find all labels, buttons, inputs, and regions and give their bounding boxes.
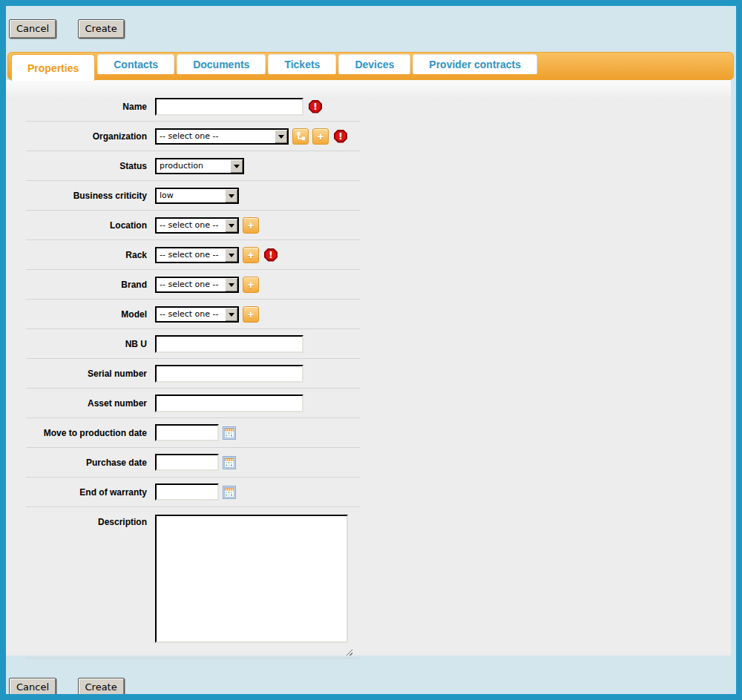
- add-model-button[interactable]: +: [243, 306, 259, 323]
- name-label: Name: [26, 102, 147, 112]
- form-row-location: Location -- select one -- +: [26, 211, 360, 240]
- asset-number-input[interactable]: [155, 394, 303, 412]
- plus-icon: +: [248, 279, 255, 290]
- brand-label: Brand: [26, 280, 147, 290]
- form-row-purchase-date: Purchase date: [26, 448, 360, 478]
- brand-select[interactable]: -- select one --: [155, 277, 239, 293]
- chevron-down-icon[interactable]: [225, 308, 237, 321]
- tab-contacts[interactable]: Contacts: [97, 54, 174, 74]
- end-of-warranty-calendar-button[interactable]: [223, 486, 236, 499]
- tab-provider-contracts[interactable]: Provider contracts: [413, 54, 537, 74]
- model-label: Model: [26, 309, 147, 320]
- form-row-serial-number: Serial number: [26, 359, 360, 389]
- location-label: Location: [26, 220, 147, 231]
- nb-u-input[interactable]: [155, 335, 303, 353]
- business-criticity-select[interactable]: low: [155, 188, 239, 204]
- form-row-status: Status production: [26, 151, 360, 181]
- asset-number-label: Asset number: [26, 398, 147, 409]
- plus-icon: +: [248, 308, 255, 320]
- add-rack-button[interactable]: +: [243, 247, 259, 263]
- rack-label: Rack: [26, 250, 147, 260]
- move-to-production-date-label: Move to production date: [26, 428, 147, 438]
- calendar-icon: [223, 456, 236, 469]
- move-to-production-date-calendar-button[interactable]: [223, 426, 236, 440]
- top-toolbar: Cancel Create: [6, 6, 736, 46]
- organization-select-value: -- select one --: [160, 131, 275, 141]
- chevron-down-icon[interactable]: [225, 248, 237, 262]
- purchase-date-calendar-button[interactable]: [223, 456, 236, 469]
- chevron-down-icon[interactable]: [225, 278, 237, 291]
- calendar-icon: [223, 426, 236, 440]
- chevron-down-icon[interactable]: [225, 219, 237, 232]
- error-icon: !: [334, 130, 347, 143]
- end-of-warranty-input[interactable]: [155, 483, 219, 501]
- cancel-button-top[interactable]: Cancel: [9, 19, 56, 39]
- rack-select[interactable]: -- select one --: [155, 247, 239, 263]
- status-label: Status: [26, 161, 147, 171]
- serial-number-label: Serial number: [26, 369, 147, 379]
- organization-select[interactable]: -- select one --: [155, 128, 289, 145]
- purchase-date-label: Purchase date: [26, 458, 147, 468]
- serial-number-input[interactable]: [155, 365, 303, 383]
- business-criticity-select-value: low: [160, 191, 225, 200]
- chevron-down-icon[interactable]: [230, 159, 243, 173]
- tab-tickets[interactable]: Tickets: [268, 54, 336, 74]
- end-of-warranty-label: End of warranty: [26, 487, 147, 498]
- location-select-value: -- select one --: [160, 220, 225, 230]
- form-row-business-criticity: Business criticity low: [26, 181, 360, 211]
- properties-form: Name ! Organization -- select one --: [26, 92, 360, 658]
- error-icon: !: [309, 100, 322, 113]
- model-select[interactable]: -- select one --: [155, 306, 239, 323]
- rack-select-value: -- select one --: [160, 250, 225, 260]
- tab-devices[interactable]: Devices: [338, 54, 410, 74]
- hierarchy-icon: [296, 131, 306, 141]
- model-select-value: -- select one --: [160, 309, 225, 319]
- form-row-rack: Rack -- select one -- + !: [26, 240, 360, 270]
- error-icon: !: [264, 248, 278, 262]
- organization-label: Organization: [26, 131, 147, 142]
- form-row-model: Model -- select one -- +: [26, 300, 360, 329]
- properties-panel: Name ! Organization -- select one --: [6, 80, 731, 656]
- plus-icon: +: [248, 249, 255, 260]
- form-row-description: Description: [26, 507, 360, 658]
- organization-hierarchy-button[interactable]: [292, 128, 309, 145]
- chevron-down-icon[interactable]: [275, 130, 287, 143]
- add-brand-button[interactable]: +: [243, 277, 259, 293]
- tab-properties[interactable]: Properties: [11, 54, 95, 81]
- tab-documents[interactable]: Documents: [177, 54, 266, 74]
- status-select[interactable]: production: [155, 158, 244, 174]
- purchase-date-input[interactable]: [155, 454, 219, 471]
- move-to-production-date-input[interactable]: [155, 424, 219, 441]
- nb-u-label: NB U: [26, 339, 147, 349]
- calendar-icon: [223, 486, 236, 499]
- form-row-move-to-production-date: Move to production date: [26, 418, 360, 448]
- description-textarea[interactable]: [155, 515, 348, 643]
- form-row-end-of-warranty: End of warranty: [26, 478, 360, 507]
- business-criticity-label: Business criticity: [26, 191, 147, 201]
- form-row-nb-u: NB U: [26, 329, 360, 359]
- create-rack-window: Cancel Create Properties Contacts Docume…: [0, 0, 742, 700]
- name-input[interactable]: [155, 98, 303, 116]
- location-select[interactable]: -- select one --: [155, 217, 239, 234]
- plus-icon: +: [248, 219, 255, 231]
- status-select-value: production: [160, 161, 230, 171]
- brand-select-value: -- select one --: [160, 280, 225, 289]
- resize-handle[interactable]: [344, 647, 352, 656]
- create-button-top[interactable]: Create: [78, 19, 125, 39]
- plus-icon: +: [318, 131, 324, 142]
- form-row-name: Name !: [26, 92, 360, 122]
- chevron-down-icon[interactable]: [225, 189, 237, 202]
- form-row-organization: Organization -- select one -- +: [26, 122, 360, 151]
- add-organization-button[interactable]: +: [312, 128, 329, 145]
- form-row-asset-number: Asset number: [26, 389, 360, 418]
- bottom-toolbar: Cancel Create: [6, 656, 736, 697]
- form-row-brand: Brand -- select one -- +: [26, 270, 360, 300]
- tab-bar: Properties Contacts Documents Tickets De…: [7, 52, 734, 80]
- create-button-bottom[interactable]: Create: [78, 678, 125, 697]
- add-location-button[interactable]: +: [243, 217, 259, 234]
- cancel-button-bottom[interactable]: Cancel: [9, 678, 56, 697]
- description-label: Description: [26, 515, 147, 527]
